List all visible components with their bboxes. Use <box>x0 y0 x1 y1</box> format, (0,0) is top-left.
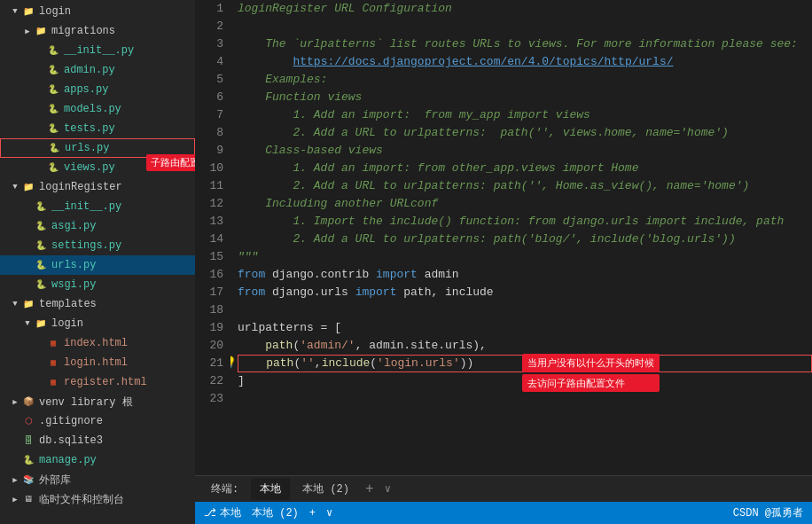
sidebar-item-init-lr[interactable]: 🐍 __init__.py <box>0 197 195 216</box>
html-icon: ▦ <box>46 356 60 370</box>
code-line-4: https://docs.djangoproject.com/en/4.0/to… <box>238 53 812 71</box>
folder-arrow <box>21 317 34 330</box>
line-num: 23 <box>195 390 223 408</box>
sidebar-item-temp[interactable]: 🖥 临时文件和控制台 <box>0 489 195 509</box>
folder-arrow <box>9 181 21 193</box>
sidebar-item-db[interactable]: 🗄 db.sqlite3 <box>0 431 195 450</box>
sidebar-item-login-sub[interactable]: 📁 login <box>0 314 195 333</box>
sidebar-item-label: login <box>39 5 71 18</box>
folder-icon: 📁 <box>21 297 35 311</box>
sidebar-item-apps[interactable]: 🐍 apps.py <box>0 80 195 99</box>
code-line-5: Examples: <box>238 71 812 89</box>
tab-local-2[interactable]: 本地 (2) <box>293 478 358 500</box>
folder-arrow <box>9 493 21 505</box>
line-num: 10 <box>195 160 223 177</box>
code-line-6: Function views <box>238 89 812 106</box>
sidebar-item-views[interactable]: 🐍 views.py <box>0 158 195 177</box>
folder-arrow <box>9 298 21 310</box>
sidebar-item-urls-lr[interactable]: 🐍 urls.py <box>0 255 195 275</box>
folder-arrow <box>9 5 21 18</box>
csdn-label: CSDN @孤勇者 <box>733 505 803 520</box>
sidebar-item-label: login <box>51 317 83 330</box>
code-line-14: 2. Add a URL to urlpatterns: path('blog/… <box>238 231 812 248</box>
line-num: 16 <box>195 266 223 284</box>
code-line-10: 1. Add an import: from other_app.views i… <box>238 160 812 177</box>
sidebar-item-loginregister[interactable]: 📁 loginRegister <box>0 177 195 197</box>
sidebar-item-manage[interactable]: 🐍 manage.py <box>0 450 195 470</box>
sidebar-item-templates[interactable]: 📁 templates <box>0 294 195 314</box>
sidebar-item-login-html[interactable]: ▦ login.html <box>0 353 195 372</box>
sidebar-item-label: index.html <box>64 337 128 349</box>
sidebar-item-gitignore[interactable]: ⬡ .gitignore <box>0 411 195 431</box>
sidebar-item-label: db.sqlite3 <box>39 434 103 447</box>
branch-icon <box>204 506 216 520</box>
line-num: 11 <box>195 177 223 195</box>
folder-icon: 📁 <box>21 180 35 194</box>
tab-arrow[interactable]: ∨ <box>381 482 394 496</box>
sidebar-item-label: manage.py <box>39 454 97 466</box>
sidebar-item-init-login[interactable]: 🐍 __init__.py <box>0 41 195 60</box>
sidebar-item-register-html[interactable]: ▦ register.html <box>0 372 195 392</box>
status-arrow[interactable]: ∨ <box>326 506 332 520</box>
branch-label: 本地 <box>220 505 241 520</box>
code-line-19: urlpatterns = [ <box>238 319 812 337</box>
code-line-17: from django.urls import path, include <box>238 284 812 301</box>
tab-local[interactable]: 本地 <box>251 478 290 500</box>
sidebar-item-migrations[interactable]: 📁 migrations <box>0 21 195 41</box>
main-container: 📁 login 📁 migrations 🐍 __init__.py 🐍 adm… <box>0 0 812 524</box>
sidebar-item-models[interactable]: 🐍 models.py <box>0 99 195 119</box>
py-icon: 🐍 <box>46 63 60 77</box>
sidebar-item-label: register.html <box>64 376 147 388</box>
sidebar-item-index-html[interactable]: ▦ index.html <box>0 333 195 353</box>
status-branch: 本地 <box>204 505 241 520</box>
sidebar-item-external-lib[interactable]: 📚 外部库 <box>0 470 195 489</box>
py-icon: 🐍 <box>46 43 60 58</box>
sidebar-item-tests[interactable]: 🐍 tests.py <box>0 119 195 138</box>
sidebar-item-venv[interactable]: 📦 venv library 根 <box>0 392 195 411</box>
sidebar-item-label: asgi.py <box>51 220 96 232</box>
sidebar-item-label: settings.py <box>51 239 121 252</box>
line-num: 22 <box>195 372 223 390</box>
line-num: 14 <box>195 231 223 248</box>
line-num: 6 <box>195 89 223 106</box>
sidebar-item-settings[interactable]: 🐍 settings.py <box>0 236 195 255</box>
sidebar-item-asgi[interactable]: 🐍 asgi.py <box>0 216 195 236</box>
lib-icon: 📦 <box>21 395 35 409</box>
git-icon: ⬡ <box>21 414 35 428</box>
code-line-7: 1. Add an import: from my_app import vie… <box>238 106 812 124</box>
sidebar-item-label: 外部库 <box>39 473 71 488</box>
sidebar-item-label: models.py <box>64 103 121 115</box>
py-icon: 🐍 <box>46 82 60 97</box>
sidebar-item-admin[interactable]: 🐍 admin.py <box>0 60 195 80</box>
status-add[interactable]: + <box>309 507 316 520</box>
line-num: 21 <box>195 355 223 372</box>
sidebar-item-label: __init__.py <box>64 44 134 57</box>
line-col-label: 本地 (2) <box>252 505 299 520</box>
py-icon: 🐍 <box>46 102 60 116</box>
lib-icon: 📚 <box>21 473 35 487</box>
code-text[interactable]: loginRegister URL Configuration The `url… <box>230 0 812 475</box>
line-num: 13 <box>195 213 223 231</box>
code-line-11: 2. Add a URL to urlpatterns: path('', Ho… <box>238 177 812 195</box>
py-icon: 🐍 <box>46 121 60 136</box>
code-editor[interactable]: 1 2 3 4 5 6 7 8 9 10 11 12 13 14 15 16 1… <box>195 0 812 475</box>
sidebar-item-label: tests.py <box>64 122 115 135</box>
db-icon: 🗄 <box>21 434 35 448</box>
py-icon: 🐍 <box>34 239 48 253</box>
file-explorer: 📁 login 📁 migrations 🐍 __init__.py 🐍 adm… <box>0 0 195 524</box>
code-line-8: 2. Add a URL to urlpatterns: path('', vi… <box>238 124 812 142</box>
line-num: 8 <box>195 124 223 142</box>
add-tab-button[interactable]: + <box>362 481 378 497</box>
sidebar-item-urls-login[interactable]: 🐍 urls.py <box>0 138 195 158</box>
sidebar-item-login[interactable]: 📁 login <box>0 2 195 21</box>
html-icon: ▦ <box>46 336 60 350</box>
py-icon: 🐍 <box>21 453 35 467</box>
line-num: 7 <box>195 106 223 124</box>
folder-icon: 📁 <box>21 4 35 19</box>
terminal-label: 终端: <box>202 478 247 500</box>
code-line-2 <box>238 18 812 35</box>
code-line-16: from django. contrib import admin <box>238 266 812 284</box>
sidebar-item-wsgi[interactable]: 🐍 wsgi.py <box>0 275 195 294</box>
line-num: 12 <box>195 195 223 213</box>
line-num: 19 <box>195 319 223 337</box>
